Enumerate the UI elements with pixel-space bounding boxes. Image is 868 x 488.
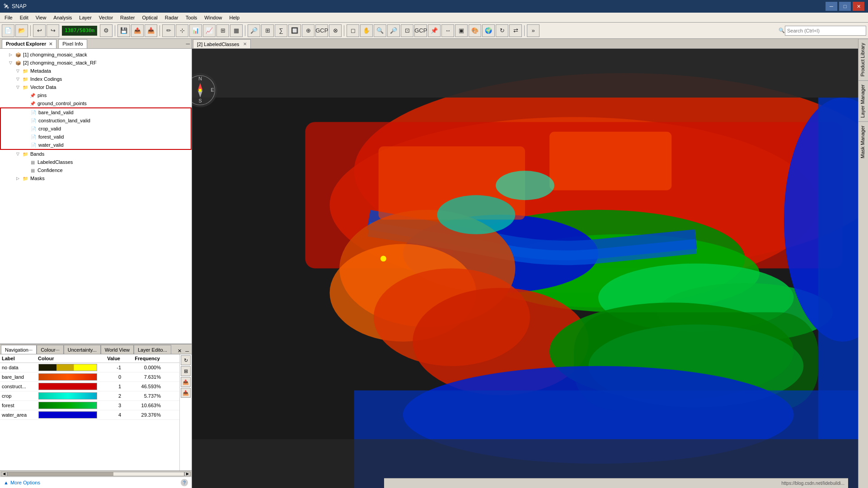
colour-row-nodata[interactable]: no data -1 0.000% bbox=[0, 363, 179, 372]
tree-item-labeled-classes[interactable]: ▦ LabeledClasses bbox=[0, 158, 192, 166]
close-button[interactable]: ✕ bbox=[853, 2, 864, 11]
tree-item-bands[interactable]: ▽ 📁 Bands bbox=[0, 150, 192, 158]
range-button[interactable]: ▣ bbox=[455, 24, 468, 37]
select-button[interactable]: ⊹ bbox=[176, 24, 188, 37]
zoom-in-button[interactable]: 🔍 bbox=[374, 24, 386, 37]
tree-item-gcp[interactable]: 📌 ground_control_points bbox=[0, 99, 192, 107]
refresh-button[interactable]: ↻ bbox=[181, 355, 191, 365]
right-tab-mask-manager[interactable]: Mask Manager bbox=[859, 121, 868, 162]
menu-optical[interactable]: Optical bbox=[138, 14, 161, 21]
gcp-button[interactable]: GCP bbox=[315, 24, 328, 37]
more-options[interactable]: ▲ More Options ? bbox=[0, 477, 192, 488]
minimize-button[interactable]: ─ bbox=[826, 2, 837, 11]
tc-button[interactable]: ⊕ bbox=[302, 24, 314, 37]
world-view-btn[interactable]: 🌍 bbox=[482, 24, 495, 37]
menu-help[interactable]: Help bbox=[225, 14, 243, 21]
scroll-left[interactable]: ◀ bbox=[1, 472, 7, 476]
map-tab-labeled[interactable]: [2] LabeledClasses ✕ bbox=[193, 39, 251, 48]
tree-item-confidence[interactable]: ▦ Confidence bbox=[0, 166, 192, 174]
grid2-button[interactable]: ⊞ bbox=[181, 366, 191, 376]
menu-raster[interactable]: Raster bbox=[117, 14, 138, 21]
horizontal-scrollbar[interactable]: ◀ ▶ bbox=[0, 470, 192, 477]
menu-layer[interactable]: Layer bbox=[75, 14, 95, 21]
maximize-button[interactable]: □ bbox=[839, 2, 851, 11]
right-tab-layer-manager[interactable]: Layer Manager bbox=[859, 80, 868, 121]
mosaic-button[interactable]: 🔲 bbox=[288, 24, 301, 37]
menu-file[interactable]: File bbox=[1, 14, 16, 21]
spectrum-button[interactable]: 📊 bbox=[189, 24, 202, 37]
gcp3-button[interactable]: GCP bbox=[414, 24, 427, 37]
colour-row-construct[interactable]: construct... 1 46.593% bbox=[0, 382, 179, 391]
tab-colour[interactable]: Colour ··· bbox=[37, 345, 64, 354]
profile-button[interactable]: 📈 bbox=[203, 24, 216, 37]
zoom-button[interactable]: 🔎 bbox=[248, 24, 260, 37]
tab-world-view[interactable]: World View bbox=[101, 345, 134, 354]
colour-row-crop[interactable]: crop 2 5.737% bbox=[0, 391, 179, 401]
coord-action[interactable]: ⚙ bbox=[100, 24, 113, 37]
tree-item-product2[interactable]: ▽ 📦 [2] chongming_mosaic_stack_RF bbox=[0, 59, 192, 67]
menu-edit[interactable]: Edit bbox=[16, 14, 32, 21]
colour-row-forest[interactable]: forest 3 10.663% bbox=[0, 401, 179, 410]
measure-button[interactable]: ↔ bbox=[441, 24, 454, 37]
menu-view[interactable]: View bbox=[32, 14, 50, 21]
tree-item-vectordata[interactable]: ▽ 📁 Vector Data bbox=[0, 83, 192, 91]
tree-item-construction[interactable]: 📄 construction_land_valid bbox=[1, 116, 191, 125]
tree-item-product1[interactable]: ▷ 📦 [1] chongming_mosaic_stack bbox=[0, 51, 192, 59]
tree-item-masks[interactable]: ▷ 📁 Masks bbox=[0, 174, 192, 182]
save-button[interactable]: 💾 bbox=[117, 24, 130, 37]
menu-window[interactable]: Window bbox=[201, 14, 225, 21]
export2-button[interactable]: 📤 bbox=[181, 377, 191, 387]
histogram-button[interactable]: ▦ bbox=[230, 24, 243, 37]
tab-uncertainty[interactable]: Uncertainty... bbox=[64, 345, 101, 354]
pixel-info-tab[interactable]: Pixel Info bbox=[58, 39, 87, 48]
undo-button[interactable]: ↩ bbox=[33, 24, 46, 37]
tree-item-bare-land[interactable]: 📄 bare_land_valid bbox=[1, 108, 191, 116]
tree-item-metadata[interactable]: ▽ 📁 Metadata bbox=[0, 67, 192, 75]
tree-item-water[interactable]: 📄 water_valid bbox=[1, 141, 191, 149]
tab-layer-editor[interactable]: Layer Edito... bbox=[134, 345, 171, 354]
tab-close-icon[interactable]: ✕ bbox=[49, 42, 52, 46]
menu-vector[interactable]: Vector bbox=[95, 14, 117, 21]
view-mode-button[interactable]: ◻ bbox=[347, 24, 359, 37]
product-explorer-tab[interactable]: Product Explorer ✕ bbox=[2, 39, 56, 48]
tree-item-forest[interactable]: 📄 forest_valid bbox=[1, 133, 191, 141]
menu-analysis[interactable]: Analysis bbox=[50, 14, 75, 21]
flip-button[interactable]: ⇄ bbox=[509, 24, 522, 37]
scrollbar-track[interactable] bbox=[7, 472, 184, 476]
map-canvas[interactable]: N S W E bbox=[192, 49, 858, 488]
stat-button[interactable]: ∑ bbox=[275, 24, 287, 37]
tree-item-crop[interactable]: 📄 crop_valid bbox=[1, 125, 191, 133]
export-button[interactable]: 📤 bbox=[131, 24, 144, 37]
colour-row-bare-land[interactable]: bare_land 0 7.631% bbox=[0, 372, 179, 382]
menu-radar[interactable]: Radar bbox=[161, 14, 182, 21]
pan-button[interactable]: ✋ bbox=[360, 24, 373, 37]
draw-button[interactable]: ✏ bbox=[162, 24, 175, 37]
fit-button[interactable]: ⊡ bbox=[401, 24, 413, 37]
gcp2-button[interactable]: ⊗ bbox=[329, 24, 342, 37]
grid-button[interactable]: ⊞ bbox=[261, 24, 274, 37]
scatter-button[interactable]: ⊞ bbox=[216, 24, 229, 37]
redo-button[interactable]: ↪ bbox=[47, 24, 59, 37]
menu-tools[interactable]: Tools bbox=[182, 14, 201, 21]
color-man-button[interactable]: 🎨 bbox=[469, 24, 481, 37]
bottom-panel-minimize[interactable]: ─ bbox=[183, 349, 191, 354]
bottom-panel-close[interactable]: ✕ bbox=[176, 348, 183, 354]
tab-navigation[interactable]: Navigation ··· bbox=[1, 345, 37, 354]
right-tab-product-library[interactable]: Product Library bbox=[859, 39, 868, 80]
open-button[interactable]: 📂 bbox=[15, 24, 28, 37]
colour-row-water[interactable]: water_area 4 29.376% bbox=[0, 410, 179, 420]
panel-minimize[interactable]: ─ bbox=[186, 41, 190, 47]
import-button[interactable]: 📥 bbox=[145, 24, 157, 37]
search-input[interactable] bbox=[785, 26, 866, 36]
more-button[interactable]: » bbox=[527, 24, 540, 37]
import2-button[interactable]: 📥 bbox=[181, 388, 191, 398]
tree-item-pins[interactable]: 📌 pins bbox=[0, 91, 192, 99]
new-button[interactable]: 📄 bbox=[2, 24, 14, 37]
help-button[interactable]: ? bbox=[181, 479, 188, 486]
scroll-right[interactable]: ▶ bbox=[184, 472, 191, 476]
rotate-button[interactable]: ↻ bbox=[496, 24, 508, 37]
zoom-out-button[interactable]: 🔎 bbox=[387, 24, 400, 37]
tree-item-indexcodings[interactable]: ▽ 📁 Index Codings bbox=[0, 75, 192, 83]
map-tab-close[interactable]: ✕ bbox=[243, 42, 247, 46]
pin-button[interactable]: 📌 bbox=[428, 24, 441, 37]
